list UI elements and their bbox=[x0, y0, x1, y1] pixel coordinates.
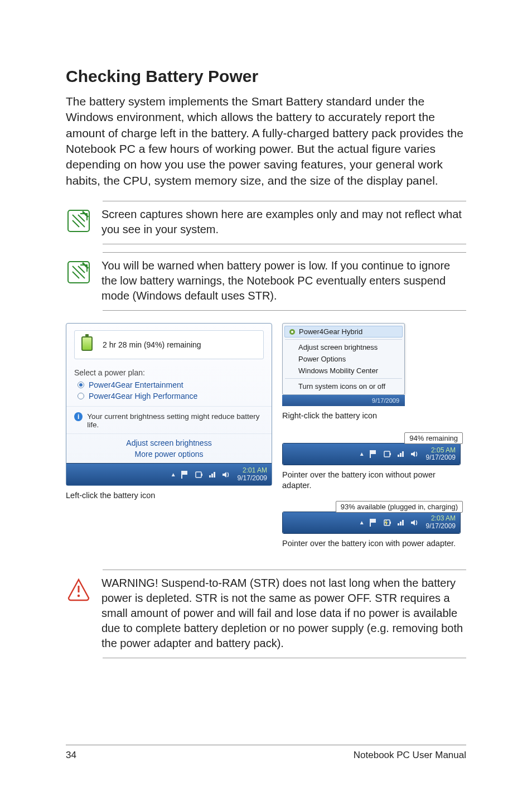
caption-left-click: Left-click the battery icon bbox=[66, 490, 272, 501]
battery-popup: 2 hr 28 min (94%) remaining Select a pow… bbox=[66, 323, 272, 486]
battery-tray-icon[interactable] bbox=[383, 449, 393, 459]
note-block-2: You will be warned when battery power is… bbox=[103, 252, 466, 311]
note-text-1: Screen captures shown here are examples … bbox=[101, 207, 466, 237]
network-icon[interactable] bbox=[207, 470, 217, 480]
brightness-info-text: Your current brightness setting might re… bbox=[87, 412, 264, 429]
flag-icon[interactable] bbox=[369, 518, 379, 528]
intro-paragraph: The battery system implements the Smart … bbox=[66, 94, 466, 189]
svg-rect-5 bbox=[201, 474, 202, 476]
ctx-power4gear[interactable]: Power4Gear Hybrid bbox=[284, 326, 403, 337]
battery-charging-tray-icon[interactable] bbox=[383, 518, 393, 528]
radio-selected-icon bbox=[78, 382, 84, 388]
caption-no-adapter: Pointer over the battery icon without po… bbox=[282, 470, 466, 491]
power-plan-label: Power4Gear High Performance bbox=[89, 392, 197, 401]
power-plan-option-1[interactable]: Power4Gear Entertainment bbox=[74, 379, 264, 390]
svg-rect-4 bbox=[196, 472, 201, 478]
info-icon: i bbox=[74, 412, 83, 421]
taskbar-fragment: 9/17/2009 bbox=[282, 395, 405, 406]
ctx-system-icons[interactable]: Turn system icons on or off bbox=[283, 380, 404, 392]
svg-point-17 bbox=[78, 595, 80, 597]
ctx-separator bbox=[285, 339, 402, 340]
select-plan-label: Select a power plan: bbox=[74, 368, 264, 377]
gear-icon bbox=[288, 328, 296, 336]
tray-date: 9/17/2009 bbox=[426, 523, 456, 530]
note-icon bbox=[66, 259, 91, 285]
tray-chevron-icon[interactable]: ▲ bbox=[358, 519, 366, 527]
radio-unselected-icon bbox=[78, 393, 84, 399]
battery-remaining-text: 2 hr 28 min (94%) remaining bbox=[103, 340, 201, 349]
taskbar-no-adapter: ▲ 2:05 AM 9/17/2009 bbox=[282, 443, 461, 465]
battery-icon bbox=[81, 336, 96, 353]
warning-block: WARNING! Suspend-to-RAM (STR) does not l… bbox=[103, 570, 466, 658]
taskbar: ▲ bbox=[66, 463, 272, 485]
brightness-info: i Your current brightness setting might … bbox=[66, 406, 272, 433]
caption-right-click: Right-click the battery icon bbox=[282, 411, 466, 421]
ctx-separator bbox=[285, 378, 402, 379]
adjust-brightness-link[interactable]: Adjust screen brightness bbox=[66, 437, 272, 448]
volume-icon[interactable] bbox=[221, 470, 231, 480]
ctx-mobility-center[interactable]: Windows Mobility Center bbox=[283, 365, 404, 377]
power-plan-option-2[interactable]: Power4Gear High Performance bbox=[74, 390, 264, 402]
volume-icon[interactable] bbox=[409, 449, 419, 459]
volume-icon[interactable] bbox=[409, 518, 419, 528]
flag-icon[interactable] bbox=[369, 449, 379, 459]
network-icon[interactable] bbox=[396, 518, 406, 528]
tray-time: 2:05 AM bbox=[426, 447, 456, 454]
note-icon bbox=[66, 208, 91, 234]
svg-rect-15 bbox=[390, 522, 391, 524]
svg-rect-11 bbox=[390, 453, 391, 455]
page-number: 34 bbox=[66, 750, 76, 761]
ctx-adjust-brightness[interactable]: Adjust screen brightness bbox=[283, 341, 404, 353]
page-heading: Checking Battery Power bbox=[66, 67, 466, 86]
note-text-2: You will be warned when battery power is… bbox=[101, 258, 466, 303]
taskbar-with-adapter: ▲ 2:03 AM 9/17/2009 bbox=[282, 512, 461, 534]
tray-time: 2:03 AM bbox=[426, 515, 456, 522]
warning-icon bbox=[66, 577, 91, 602]
page-footer: 34 Notebook PC User Manual bbox=[66, 745, 466, 761]
caption-with-adapter: Pointer over the battery icon with power… bbox=[282, 538, 466, 549]
svg-rect-8 bbox=[370, 450, 376, 454]
tray-date: 9/17/2009 bbox=[426, 454, 456, 461]
svg-rect-12 bbox=[370, 519, 376, 523]
network-icon[interactable] bbox=[396, 449, 406, 459]
flag-icon[interactable] bbox=[181, 470, 191, 480]
more-power-options-link[interactable]: More power options bbox=[66, 448, 272, 460]
taskbar-date: 9/17/2009 bbox=[370, 396, 402, 405]
svg-rect-10 bbox=[384, 451, 390, 457]
tray-chevron-icon[interactable]: ▲ bbox=[358, 450, 366, 458]
battery-context-menu: Power4Gear Hybrid Adjust screen brightne… bbox=[282, 323, 405, 395]
power-plan-label: Power4Gear Entertainment bbox=[89, 380, 183, 389]
ctx-item-label: Power4Gear Hybrid bbox=[299, 327, 362, 336]
battery-tooltip-with-adapter: 93% available (plugged in, charging) bbox=[336, 501, 463, 513]
battery-tooltip-no-adapter: 94% remaining bbox=[404, 432, 463, 444]
battery-status-box: 2 hr 28 min (94%) remaining bbox=[74, 330, 264, 359]
svg-rect-2 bbox=[182, 471, 187, 475]
warning-text: WARNING! Suspend-to-RAM (STR) does not l… bbox=[101, 576, 466, 651]
tray-date: 9/17/2009 bbox=[238, 475, 267, 482]
note-block-1: Screen captures shown here are examples … bbox=[103, 201, 466, 244]
footer-title: Notebook PC User Manual bbox=[354, 750, 466, 761]
svg-point-7 bbox=[291, 331, 293, 333]
tray-time: 2:01 AM bbox=[238, 467, 267, 474]
tray-chevron-icon[interactable]: ▲ bbox=[170, 471, 177, 479]
ctx-power-options[interactable]: Power Options bbox=[283, 353, 404, 365]
battery-tray-icon[interactable] bbox=[194, 470, 204, 480]
